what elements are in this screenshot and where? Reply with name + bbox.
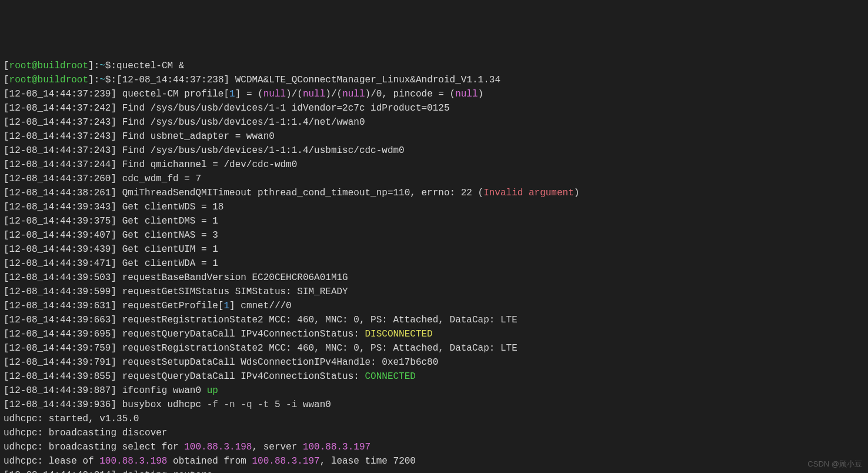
status-disconnected: DISCONNECTED [365,329,433,339]
log-line: [12-08_14:44:39:599] requestGetSIMStatus… [4,285,864,299]
ip-address: 100.88.3.198 [99,456,167,467]
watermark: CSDN @顾小豆 [807,458,862,470]
log-line: [12-08_14:44:37:243] Find /sys/bus/usb/d… [4,144,864,158]
status-connected: CONNECTED [365,371,416,382]
ip-address: 100.88.3.198 [184,442,252,452]
log-line: [12-08_14:44:38:261] QmiThreadSendQMITim… [4,186,864,200]
terminal-output[interactable]: [root@buildroot]:~$:quectel-CM &[root@bu… [4,59,864,473]
log-line: [12-08_14:44:39:439] Get clientUIM = 1 [4,242,864,257]
log-line: [12-08_14:44:39:663] requestRegistration… [4,313,864,327]
prompt-line-1: [root@buildroot]:~$:quectel-CM & [4,59,864,73]
log-line: udhcpc: broadcasting select for 100.88.3… [4,440,864,454]
log-line: udhcpc: started, v1.35.0 [4,412,864,426]
log-line: [12-08_14:44:37:242] Find /sys/bus/usb/d… [4,101,864,115]
log-line: [12-08_14:44:39:471] Get clientWDA = 1 [4,257,864,271]
log-line: [12-08_14:44:39:936] busybox udhcpc -f -… [4,398,864,412]
log-line: [12-08_14:44:37:260] cdc_wdm_fd = 7 [4,172,864,186]
banner-text: WCDMA&LTE_QConnectManager_Linux&Android_… [229,75,500,85]
log-line: [12-08_14:44:39:407] Get clientNAS = 3 [4,228,864,242]
log-line: [12-08_14:44:40:314] deleting routers [4,468,864,473]
log-line: udhcpc: lease of 100.88.3.198 obtained f… [4,454,864,468]
log-line: [12-08_14:44:37:243] Find usbnet_adapter… [4,129,864,144]
log-line: [12-08_14:44:39:503] requestBaseBandVers… [4,271,864,285]
log-line: [12-08_14:44:37:244] Find qmichannel = /… [4,158,864,172]
user-host: root@buildroot [9,61,88,71]
error-text: Invalid argument [483,188,574,198]
log-line: [12-08_14:44:39:343] Get clientWDS = 18 [4,200,864,214]
ip-address: 100.88.3.197 [303,442,370,452]
log-line: [12-08_14:44:39:855] requestQueryDataCal… [4,369,864,384]
log-line: [12-08_14:44:39:791] requestSetupDataCal… [4,355,864,369]
command-1: quectel-CM & [116,61,184,71]
log-line: [12-08_14:44:39:631] requestGetProfile[1… [4,299,864,313]
log-line: [12-08_14:44:39:375] Get clientDMS = 1 [4,214,864,228]
cwd: ~ [99,61,105,71]
log-line: [12-08_14:44:37:243] Find /sys/bus/usb/d… [4,115,864,129]
banner-ts: [12-08_14:44:37:238] [116,75,229,85]
log-line: udhcpc: broadcasting discover [4,426,864,440]
ip-address: 100.88.3.197 [252,456,319,467]
log-line: [12-08_14:44:39:695] requestQueryDataCal… [4,327,864,341]
prompt-line-2: [root@buildroot]:~$:[12-08_14:44:37:238]… [4,73,864,87]
log-line: [12-08_14:44:37:239] quectel-CM profile[… [4,87,864,101]
log-line: [12-08_14:44:39:887] ifconfig wwan0 up [4,384,864,398]
log-line: [12-08_14:44:39:759] requestRegistration… [4,341,864,355]
